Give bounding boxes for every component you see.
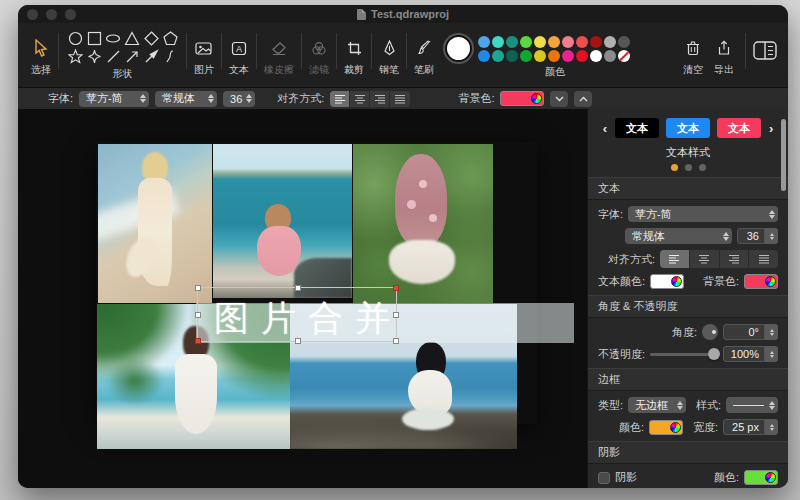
sb-bg-color-well[interactable] bbox=[744, 274, 778, 289]
opacity-stepper[interactable] bbox=[765, 346, 778, 362]
palette-color[interactable] bbox=[492, 36, 504, 48]
page-dot-3[interactable] bbox=[699, 164, 706, 171]
eraser-tool[interactable]: 橡皮擦 bbox=[264, 35, 294, 77]
sb-font-size-stepper[interactable] bbox=[765, 228, 778, 244]
photo-pink-hair[interactable] bbox=[353, 144, 493, 303]
palette-color[interactable] bbox=[492, 50, 504, 62]
palette-color[interactable] bbox=[576, 36, 588, 48]
palette-color[interactable] bbox=[478, 36, 490, 48]
presets-next-icon[interactable]: › bbox=[768, 121, 774, 136]
sb-font-weight-dropdown[interactable]: 常规体 bbox=[625, 228, 732, 244]
selection-handle-mid-right[interactable] bbox=[393, 312, 399, 318]
brush-tool[interactable]: 笔刷 bbox=[414, 35, 434, 77]
collapse-down-button[interactable] bbox=[550, 91, 568, 107]
angle-knob[interactable] bbox=[702, 324, 718, 340]
palette-color[interactable] bbox=[534, 50, 546, 62]
shape-diamond[interactable] bbox=[142, 30, 160, 47]
sb-font-size-value[interactable]: 36 bbox=[737, 228, 765, 244]
selection-box[interactable] bbox=[197, 287, 397, 342]
sb-align-center-button[interactable] bbox=[690, 250, 720, 268]
border-width-value[interactable]: 25 px bbox=[723, 419, 765, 435]
sb-font-family-dropdown[interactable]: 苹方-简 bbox=[628, 206, 778, 222]
shape-triangle[interactable] bbox=[123, 30, 141, 47]
shape-curve[interactable] bbox=[161, 48, 179, 65]
photo-beach-blonde[interactable] bbox=[98, 144, 212, 303]
export-button[interactable]: 导出 bbox=[714, 35, 734, 77]
style-preset-pink[interactable]: 文本 bbox=[717, 118, 761, 138]
selection-handle-top-right[interactable] bbox=[393, 285, 399, 291]
palette-color[interactable] bbox=[506, 36, 518, 48]
sb-align-right-button[interactable] bbox=[720, 250, 750, 268]
palette-color[interactable] bbox=[548, 36, 560, 48]
align-center-button[interactable] bbox=[350, 91, 370, 107]
palette-color[interactable] bbox=[618, 36, 630, 48]
page-dot-1[interactable] bbox=[671, 164, 678, 171]
style-preset-blue[interactable]: 文本 bbox=[666, 118, 710, 138]
collapse-up-button[interactable] bbox=[574, 91, 592, 107]
sb-align-left-button[interactable] bbox=[660, 250, 690, 268]
palette-color[interactable] bbox=[520, 36, 532, 48]
photo-pink-dress-sea[interactable] bbox=[213, 144, 352, 298]
palette-color[interactable] bbox=[604, 50, 616, 62]
shape-sparkle[interactable] bbox=[85, 48, 103, 65]
palette-color[interactable] bbox=[562, 50, 574, 62]
palette-color[interactable] bbox=[618, 50, 630, 62]
bgcolor-well[interactable] bbox=[500, 91, 544, 106]
style-preset-black[interactable]: 文本 bbox=[615, 118, 659, 138]
selection-handle-bottom-right[interactable] bbox=[393, 338, 399, 344]
palette-color[interactable] bbox=[590, 50, 602, 62]
drawing-canvas[interactable]: 图片合并 bbox=[18, 109, 587, 488]
filter-tool[interactable]: 滤镜 bbox=[309, 35, 329, 77]
shadow-checkbox[interactable] bbox=[598, 472, 610, 484]
select-tool[interactable]: 选择 bbox=[31, 29, 51, 77]
clear-button[interactable]: 清空 bbox=[683, 35, 703, 77]
palette-color[interactable] bbox=[590, 36, 602, 48]
shadow-color-well[interactable] bbox=[744, 470, 778, 485]
page-dot-2[interactable] bbox=[685, 164, 692, 171]
sb-align-justify-button[interactable] bbox=[749, 250, 778, 268]
align-right-button[interactable] bbox=[370, 91, 390, 107]
shape-circle[interactable] bbox=[66, 30, 84, 47]
angle-stepper[interactable] bbox=[765, 324, 778, 340]
font-family-dropdown[interactable]: 苹方-简 bbox=[79, 91, 149, 107]
presets-prev-icon[interactable]: ‹ bbox=[602, 121, 608, 136]
sidebar-scrollbar[interactable] bbox=[781, 119, 786, 191]
opacity-slider[interactable] bbox=[650, 353, 718, 356]
shape-star[interactable] bbox=[66, 48, 84, 65]
sb-text-color-well[interactable] bbox=[650, 274, 684, 289]
text-tool[interactable]: A 文本 bbox=[229, 35, 249, 77]
toggle-sidebar-button[interactable] bbox=[753, 37, 777, 63]
crop-tool[interactable]: 裁剪 bbox=[344, 35, 364, 77]
image-tool[interactable]: 图片 bbox=[194, 35, 214, 77]
palette-color[interactable] bbox=[520, 50, 532, 62]
border-width-stepper[interactable] bbox=[765, 419, 778, 435]
border-color-well[interactable] bbox=[649, 420, 683, 435]
palette-color[interactable] bbox=[478, 50, 490, 62]
opacity-value[interactable]: 100% bbox=[723, 346, 765, 362]
pen-tool[interactable]: 钢笔 bbox=[379, 35, 399, 77]
shape-arrow[interactable] bbox=[123, 48, 141, 65]
align-left-button[interactable] bbox=[330, 91, 350, 107]
palette-color[interactable] bbox=[506, 50, 518, 62]
align-justify-button[interactable] bbox=[390, 91, 410, 107]
selection-handle-bottom-left[interactable] bbox=[195, 338, 201, 344]
shape-pentagon[interactable] bbox=[161, 30, 179, 47]
palette-color[interactable] bbox=[548, 50, 560, 62]
palette-color[interactable] bbox=[534, 36, 546, 48]
palette-color[interactable] bbox=[604, 36, 616, 48]
palette-color[interactable] bbox=[576, 50, 588, 62]
selection-handle-top-mid[interactable] bbox=[295, 285, 301, 291]
selection-handle-bottom-mid[interactable] bbox=[295, 338, 301, 344]
shape-line[interactable] bbox=[104, 48, 122, 65]
shape-solid-arrow[interactable] bbox=[142, 48, 160, 65]
current-color-well[interactable] bbox=[445, 35, 472, 62]
selection-handle-mid-left[interactable] bbox=[195, 312, 201, 318]
shape-square[interactable] bbox=[85, 30, 103, 47]
font-weight-dropdown[interactable]: 常规体 bbox=[155, 91, 217, 107]
border-style-dropdown[interactable] bbox=[726, 397, 778, 413]
font-size-stepper[interactable]: 36 bbox=[223, 91, 255, 107]
shape-ellipse[interactable] bbox=[104, 30, 122, 47]
palette-color[interactable] bbox=[562, 36, 574, 48]
border-type-dropdown[interactable]: 无边框 bbox=[628, 397, 686, 413]
selection-handle-top-left[interactable] bbox=[195, 285, 201, 291]
